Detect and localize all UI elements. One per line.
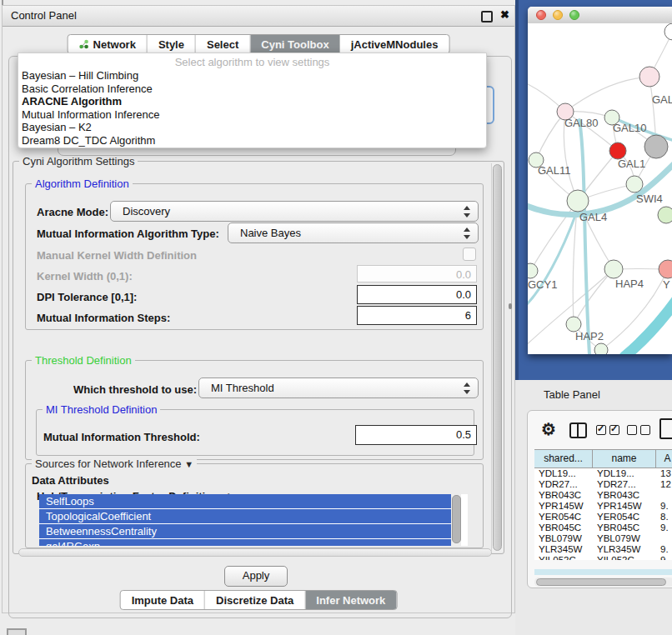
tab-style[interactable]: Style xyxy=(148,35,196,53)
table-cell: 8. xyxy=(656,512,672,522)
collapse-down-icon[interactable]: ▼ xyxy=(184,459,193,469)
dropdown-item[interactable]: ARACNE Algorithm xyxy=(18,95,486,108)
table-row[interactable]: YDR27...YDR27...12 xyxy=(534,479,672,490)
network-node[interactable] xyxy=(664,23,672,40)
table-row[interactable]: YER054CYER054C8. xyxy=(534,512,672,522)
table-panel-title: Table Panel xyxy=(544,388,600,401)
column-header[interactable]: shared... xyxy=(534,450,593,468)
which-threshold-combo[interactable]: MI Threshold xyxy=(198,378,479,398)
minimize-traffic-icon[interactable] xyxy=(553,10,563,20)
algorithm-dropdown-prompt: Select algorithm to view settings xyxy=(18,53,486,69)
zoom-traffic-icon[interactable] xyxy=(569,10,579,20)
network-node[interactable] xyxy=(567,190,589,212)
table-row[interactable]: YDL19...YDL19...13 xyxy=(534,468,672,479)
aracne-mode-combo[interactable]: Discovery xyxy=(110,201,479,222)
table-row[interactable]: YBL079WYBL079W xyxy=(534,533,672,544)
tab-cyni-toolbox[interactable]: Cyni Toolbox xyxy=(250,35,339,53)
bottom-tab-discretize-data[interactable]: Discretize Data xyxy=(205,591,305,609)
network-edge[interactable] xyxy=(528,213,576,308)
algorithm-dropdown: Select algorithm to view settings Bayesi… xyxy=(18,52,487,148)
tab-select[interactable]: Select xyxy=(196,35,250,53)
node-label: SWI4 xyxy=(636,192,663,205)
network-node[interactable] xyxy=(639,67,659,87)
mi-steps-field[interactable]: 6 xyxy=(357,306,477,325)
attribute-item[interactable]: gal4RGexp xyxy=(39,539,456,546)
combo-spinner-icon xyxy=(464,227,471,240)
attribute-item[interactable]: BetweennessCentrality xyxy=(39,524,456,538)
bottom-tab-impute-data[interactable]: Impute Data xyxy=(121,591,205,609)
split-columns-icon[interactable] xyxy=(569,422,587,438)
table-row[interactable]: YLR345WYLR345W9. xyxy=(534,544,672,555)
network-edge[interactable] xyxy=(565,77,649,112)
dpi-tolerance-label: DPI Tolerance [0,1]: xyxy=(37,291,137,303)
attributes-scrollbar[interactable] xyxy=(451,494,461,546)
algorithm-definition-group: Algorithm Definition Aracne Mode: Discov… xyxy=(25,183,484,330)
network-node[interactable] xyxy=(659,260,672,278)
threshold-definition-title: Threshold Definition xyxy=(32,354,135,367)
mi-threshold-field[interactable]: 0.5 xyxy=(355,425,477,445)
cyni-group-title: Cyni Algorithm Settings xyxy=(19,155,138,168)
table-cell: YBR045C xyxy=(593,522,656,533)
network-edge[interactable] xyxy=(579,120,589,354)
dropdown-item[interactable]: Dream8 DC_TDC Algorithm xyxy=(18,134,486,148)
data-attributes-list[interactable]: SelfLoopsTopologicalCoefficientBetweenne… xyxy=(39,494,468,546)
network-node[interactable] xyxy=(626,176,643,192)
column-header[interactable]: name xyxy=(593,450,656,468)
deselect-all-columns-icon[interactable] xyxy=(627,425,650,435)
tab-jactivemnodules[interactable]: jActiveMNodules xyxy=(340,35,449,53)
network-node[interactable] xyxy=(594,343,608,354)
table-row[interactable]: YBR043CYBR043C xyxy=(534,490,672,501)
close-window-icon[interactable]: ✖ xyxy=(500,8,509,21)
attribute-item[interactable]: TopologicalCoefficient xyxy=(39,509,456,523)
table-cell: 9. xyxy=(656,522,672,533)
network-node[interactable] xyxy=(609,142,626,159)
table-row[interactable]: YPR145WYPR145W9. xyxy=(534,501,672,512)
network-window-titlebar[interactable] xyxy=(528,7,672,24)
network-edge[interactable] xyxy=(624,298,672,354)
combo-spinner-icon xyxy=(464,382,471,395)
table-row[interactable]: YBR045CYBR045C9. xyxy=(534,522,672,533)
float-window-icon[interactable] xyxy=(481,11,493,22)
network-node[interactable] xyxy=(644,135,668,158)
combo-spinner-icon xyxy=(464,205,471,218)
aracne-mode-value: Discovery xyxy=(123,205,170,218)
settings-scrollbar[interactable] xyxy=(491,163,503,552)
network-canvas[interactable]: GALGAL80GAL10GAL11GAL1SWI4GAL4GCY1HAP4YH… xyxy=(528,23,672,354)
network-view-window[interactable]: GALGAL80GAL10GAL11GAL1SWI4GAL4GCY1HAP4YH… xyxy=(528,7,672,354)
kernel-width-field[interactable]: 0.0 xyxy=(357,265,477,282)
mi-type-combo[interactable]: Naive Bayes xyxy=(228,222,479,243)
dpi-tolerance-field[interactable]: 0.0 xyxy=(357,285,477,304)
dropdown-item[interactable]: Mutual Information Inference xyxy=(18,108,486,122)
network-node[interactable] xyxy=(528,263,538,278)
manual-kernel-checkbox[interactable] xyxy=(463,248,476,261)
network-node[interactable] xyxy=(658,207,672,223)
tab-network[interactable]: Network xyxy=(68,35,148,53)
bottom-tab-infer-network-label: Infer Network xyxy=(316,594,385,607)
new-table-icon[interactable] xyxy=(659,418,672,439)
algorithm-definition-title: Algorithm Definition xyxy=(32,178,133,190)
select-all-columns-icon[interactable] xyxy=(596,425,619,435)
tab-jactivemnodules-label: jActiveMNodules xyxy=(351,38,439,51)
column-header[interactable]: A xyxy=(656,450,672,468)
node-label: GAL11 xyxy=(538,164,571,177)
gear-icon[interactable]: ⚙ xyxy=(541,419,556,439)
dropdown-item[interactable]: Basic Correlation Inference xyxy=(18,82,486,96)
table-horizontal-scrollbar[interactable] xyxy=(534,578,672,587)
close-traffic-icon[interactable] xyxy=(536,10,546,20)
table-cell: YIL052C xyxy=(593,555,656,560)
inner-horizontal-scrollbar[interactable] xyxy=(18,548,492,557)
attribute-item[interactable]: SelfLoops xyxy=(39,494,456,508)
table-cell: YIL052C xyxy=(534,555,593,560)
control-panel-titlebar: Control Panel ✖ xyxy=(3,6,514,27)
table-row[interactable]: YIL052CYIL052C9. xyxy=(534,555,672,560)
dropdown-item[interactable]: Bayesian – K2 xyxy=(18,121,486,134)
data-attributes-label: Data Attributes xyxy=(32,474,109,487)
bottom-tab-infer-network[interactable]: Infer Network xyxy=(305,591,396,609)
network-edge[interactable] xyxy=(574,269,614,324)
network-desktop: GALGAL80GAL10GAL11GAL1SWI4GAL4GCY1HAP4YH… xyxy=(515,0,672,380)
dropdown-item[interactable]: Bayesian – Hill Climbing xyxy=(18,69,486,82)
splitter-handle[interactable] xyxy=(509,303,512,309)
apply-button[interactable]: Apply xyxy=(224,566,288,587)
network-node[interactable] xyxy=(604,260,623,278)
collapsed-panel-box[interactable] xyxy=(7,628,27,635)
